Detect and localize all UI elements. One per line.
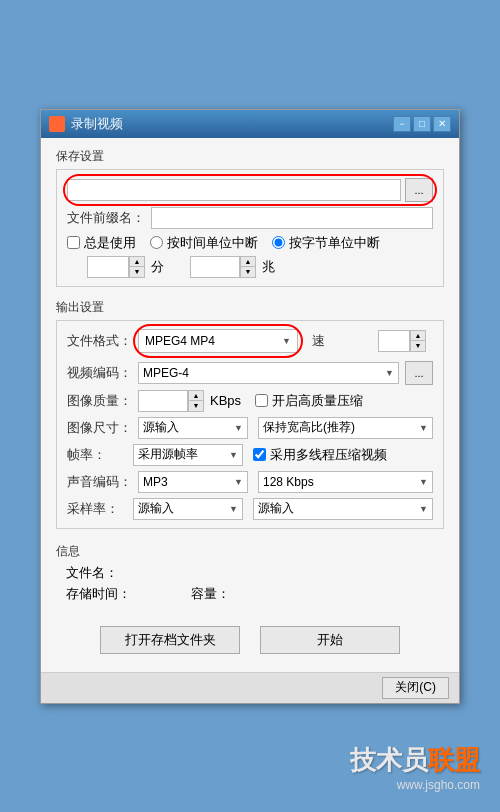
speed-input[interactable]: 1: [378, 330, 410, 352]
quality-up-btn[interactable]: ▲: [189, 391, 203, 401]
high-quality-option[interactable]: 开启高质量压缩: [255, 392, 363, 410]
record-video-dialog: 录制视频 － □ ✕ 保存设置 E:\视频\录制节目 ...: [40, 109, 460, 704]
save-settings-box: E:\视频\录制节目 ... 文件前缀名： 总是使用: [56, 169, 444, 287]
image-size-dropdown[interactable]: 源输入 ▼: [138, 417, 248, 439]
values-row: 60 ▲ ▼ 分 500 ▲ ▼ 兆: [87, 256, 433, 278]
format-dropdown[interactable]: MPEG4 MP4 ▼: [138, 329, 298, 353]
dialog-footer: 关闭(C): [41, 672, 459, 703]
storage-label: 存储时间：: [66, 585, 131, 603]
open-folder-button[interactable]: 打开存档文件夹: [100, 626, 240, 654]
image-size-arrow: ▼: [234, 423, 243, 433]
size-input[interactable]: 500: [190, 256, 240, 278]
video-encoder-value: MPEG-4: [143, 366, 189, 380]
video-encoder-dropdown[interactable]: MPEG-4 ▼: [138, 362, 399, 384]
time-spin[interactable]: 60 ▲ ▼: [87, 256, 145, 278]
start-button[interactable]: 开始: [260, 626, 400, 654]
close-button-footer[interactable]: 关闭(C): [382, 677, 449, 699]
video-encoder-arrow: ▼: [385, 368, 394, 378]
interrupt-time-radio[interactable]: [150, 236, 163, 249]
quality-down-btn[interactable]: ▼: [189, 401, 203, 411]
aspect-arrow: ▼: [419, 423, 428, 433]
fps-dropdown[interactable]: 采用源帧率 ▼: [133, 444, 243, 466]
prefix-row: 文件前缀名：: [67, 207, 433, 229]
always-use-option[interactable]: 总是使用: [67, 234, 136, 252]
title-bar: 录制视频 － □ ✕: [41, 110, 459, 138]
info-section: 信息 文件名： 存储时间： 容量：: [56, 543, 444, 606]
quality-unit: KBps: [210, 393, 241, 408]
quality-row: 图像质量： 2000 ▲ ▼ KBps 开启高质量压缩: [67, 390, 433, 412]
sample-rate-arrow: ▼: [229, 504, 238, 514]
always-use-checkbox[interactable]: [67, 236, 80, 249]
size-unit: 兆: [262, 258, 275, 276]
sample-rate-dropdown[interactable]: 源输入 ▼: [133, 498, 243, 520]
image-size-label: 图像尺寸：: [67, 419, 132, 437]
close-button[interactable]: ✕: [433, 116, 451, 132]
filename-row: 文件名：: [66, 564, 444, 582]
watermark-url: www.jsgho.com: [397, 778, 480, 792]
size-down-btn[interactable]: ▼: [241, 267, 255, 277]
path-row: E:\视频\录制节目 ...: [67, 178, 433, 202]
fps-label: 帧率：: [67, 446, 127, 464]
video-encoder-config-btn[interactable]: ...: [405, 361, 433, 385]
multithread-label: 采用多线程压缩视频: [270, 446, 387, 464]
aspect-dropdown[interactable]: 保持宽高比(推荐) ▼: [258, 417, 433, 439]
quality-spin[interactable]: 2000 ▲ ▼: [138, 390, 204, 412]
dialog-title: 录制视频: [71, 115, 123, 133]
sample-rate-arrow2: ▼: [419, 504, 428, 514]
browse-button[interactable]: ...: [405, 178, 433, 202]
audio-encoder-arrow: ▼: [234, 477, 243, 487]
quality-label: 图像质量：: [67, 392, 132, 410]
filename-label: 文件名：: [66, 564, 118, 582]
interrupt-size-label: 按字节单位中断: [289, 234, 380, 252]
maximize-button[interactable]: □: [413, 116, 431, 132]
audio-bitrate-arrow: ▼: [419, 477, 428, 487]
audio-encoder-value: MP3: [143, 475, 168, 489]
sample-rate-row: 采样率： 源输入 ▼ 源输入 ▼: [67, 498, 433, 520]
audio-bitrate-dropdown[interactable]: 128 Kbps ▼: [258, 471, 433, 493]
video-encoder-label: 视频编码：: [67, 364, 132, 382]
size-up-btn[interactable]: ▲: [241, 257, 255, 267]
speed-spin[interactable]: 1 ▲ ▼: [378, 330, 426, 352]
time-down-btn[interactable]: ▼: [130, 267, 144, 277]
action-buttons: 打开存档文件夹 开始: [56, 618, 444, 662]
output-settings-section: 输出设置 文件格式： MPEG4 MP4 ▼ 速 1: [56, 299, 444, 533]
format-label: 文件格式：: [67, 332, 132, 350]
interrupt-size-option[interactable]: 按字节单位中断: [272, 234, 380, 252]
watermark-logo-part2: 联盟: [428, 745, 480, 775]
minimize-button[interactable]: －: [393, 116, 411, 132]
speed-down-btn[interactable]: ▼: [411, 341, 425, 351]
sample-rate-dropdown2[interactable]: 源输入 ▼: [253, 498, 433, 520]
time-up-btn[interactable]: ▲: [130, 257, 144, 267]
image-size-row: 图像尺寸： 源输入 ▼ 保持宽高比(推荐) ▼: [67, 417, 433, 439]
watermark-logo-part1: 技术员: [350, 745, 428, 775]
sample-rate-value2: 源输入: [258, 500, 294, 517]
video-encoder-row: 视频编码： MPEG-4 ▼ ...: [67, 361, 433, 385]
speed-label: 速: [312, 332, 372, 350]
watermark: 技术员联盟 www.jsgho.com: [350, 743, 480, 792]
format-row: 文件格式： MPEG4 MP4 ▼ 速 1 ▲: [67, 329, 433, 353]
interrupt-time-label: 按时间单位中断: [167, 234, 258, 252]
format-value: MPEG4 MP4: [145, 334, 215, 348]
save-path-input[interactable]: E:\视频\录制节目: [67, 179, 401, 201]
image-size-value: 源输入: [143, 419, 179, 436]
multithread-option[interactable]: 采用多线程压缩视频: [253, 446, 387, 464]
storage-row: 存储时间： 容量：: [66, 585, 444, 603]
interrupt-size-radio[interactable]: [272, 236, 285, 249]
aspect-value: 保持宽高比(推荐): [263, 419, 355, 436]
fps-value: 采用源帧率: [138, 446, 198, 463]
interrupt-options-row: 总是使用 按时间单位中断 按字节单位中断: [67, 234, 433, 252]
speed-up-btn[interactable]: ▲: [411, 331, 425, 341]
prefix-label: 文件前缀名：: [67, 209, 145, 227]
multithread-checkbox[interactable]: [253, 448, 266, 461]
output-settings-box: 文件格式： MPEG4 MP4 ▼ 速 1 ▲: [56, 320, 444, 529]
audio-encoder-dropdown[interactable]: MP3 ▼: [138, 471, 248, 493]
quality-input[interactable]: 2000: [138, 390, 188, 412]
high-quality-checkbox[interactable]: [255, 394, 268, 407]
interrupt-time-option[interactable]: 按时间单位中断: [150, 234, 258, 252]
size-spin[interactable]: 500 ▲ ▼: [190, 256, 256, 278]
capacity-label: 容量：: [191, 585, 230, 603]
dialog-icon: [49, 116, 65, 132]
sample-rate-value: 源输入: [138, 500, 174, 517]
time-input[interactable]: 60: [87, 256, 129, 278]
prefix-input[interactable]: [151, 207, 433, 229]
